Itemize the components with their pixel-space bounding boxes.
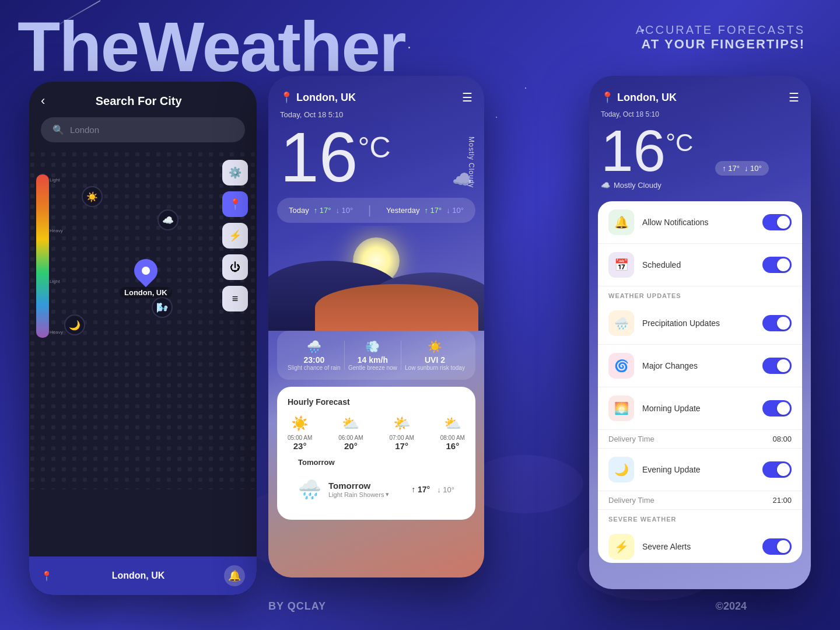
- comp-divider: |: [368, 204, 371, 217]
- back-button[interactable]: ‹: [41, 93, 45, 108]
- ph3-temperature: 16°C: [601, 118, 709, 183]
- today-label: Today: [289, 206, 309, 215]
- power-button[interactable]: ⏻: [222, 254, 248, 280]
- map-weather-icon-cloud: ☁️: [158, 209, 178, 230]
- london-label: London, UK: [120, 287, 172, 298]
- morning-delivery-time: 08:00: [772, 435, 792, 443]
- evening-delivery-time: 21:00: [772, 496, 792, 505]
- map-weather-icon-night: 🌙: [64, 314, 85, 335]
- layers-button[interactable]: ≡: [222, 286, 248, 312]
- detail-divider2: [401, 341, 401, 370]
- tomorrow-icon: 🌧️: [298, 478, 321, 501]
- weather-updates-section-header: WEATHER UPDATES: [598, 286, 802, 302]
- hourly-temp-3: 16°: [440, 441, 465, 451]
- major-changes-icon: 🌀: [614, 359, 629, 373]
- severe-label: Severe Alerts: [642, 542, 754, 551]
- major-changes-toggle[interactable]: [762, 358, 792, 374]
- map-area[interactable]: Light Heavy Light Heavy ☀️ ☁️ 🌙 🌬️ Londo…: [29, 151, 257, 489]
- comparison-bar: Today ↑ 17° ↓ 10° | Yesterday ↑ 17° ↓ 10…: [277, 198, 475, 223]
- today-high: ↑ 17°: [314, 206, 331, 215]
- hourly-item-2: 🌤️ 07:00 AM 17°: [389, 415, 414, 451]
- hourly-temp-1: 20°: [338, 441, 363, 451]
- london-pin-inner: [142, 267, 150, 275]
- precipitation-toggle[interactable]: [762, 315, 792, 331]
- hourly-item-1: ⛅ 06:00 AM 20°: [338, 415, 363, 451]
- wind-detail: 💨 14 km/h Gentle breeze now: [348, 340, 397, 371]
- rain-detail: 🌧️ 23:00 Slight chance of rain: [288, 340, 341, 371]
- tagline: ACCURATE FORECASTS AT YOUR FINGERTIPS!: [636, 23, 805, 52]
- tomorrow-low: ↓ 10°: [437, 485, 454, 494]
- map-weather-icon-wind: 🌬️: [152, 297, 173, 318]
- search-input[interactable]: London: [70, 125, 99, 135]
- today-low: ↓ 10°: [335, 206, 353, 215]
- cloud-blob: [467, 455, 583, 513]
- evening-icon-wrap: 🌙: [608, 457, 634, 482]
- hourly-temp-0: 23°: [288, 441, 312, 451]
- ph2-menu-button[interactable]: ☰: [462, 90, 473, 104]
- morning-delivery-label: Delivery Time: [608, 435, 654, 443]
- uv-desc: Low sunburn risk today: [405, 365, 465, 371]
- legend-bar: [36, 174, 49, 338]
- rain-icon: 🌧️: [288, 340, 341, 354]
- legend-label-light: Light: [50, 177, 63, 183]
- ph2-location-text: London, UK: [296, 92, 356, 104]
- ph3-temp-range: ↑ 17° ↓ 10°: [715, 161, 769, 176]
- today-comparison: Today ↑ 17° ↓ 10°: [289, 206, 353, 215]
- app-title: TheWeather: [18, 12, 405, 82]
- location-pin-icon: 📍: [41, 570, 52, 582]
- uv-icon: ☀️: [405, 340, 465, 354]
- scheduled-toggle[interactable]: [762, 257, 792, 273]
- morning-icon-wrap: 🌅: [608, 396, 634, 421]
- detail-divider1: [344, 341, 345, 370]
- map-pin-button[interactable]: 📍: [222, 191, 248, 217]
- yesterday-label: Yesterday: [386, 206, 419, 215]
- tomorrow-name: Tomorrow: [328, 481, 404, 491]
- severe-icon: ⚡: [614, 540, 629, 554]
- tomorrow-header: Tomorrow: [298, 458, 454, 467]
- phone1-bottom: 📍 London, UK 🔔: [29, 556, 257, 595]
- legend-label-heavy2: Heavy: [50, 330, 63, 335]
- severe-weather-section-header: SEVERE WEATHER: [598, 510, 802, 526]
- severe-toggle[interactable]: [762, 538, 792, 555]
- lightning-button[interactable]: ⚡: [222, 223, 248, 249]
- ph2-temp-area: 16°C Mostly Cloudy ☁️: [268, 119, 484, 195]
- legend-labels: Light Heavy Light Heavy: [50, 177, 63, 335]
- morning-delivery-row: Delivery Time 08:00: [598, 430, 802, 449]
- evening-icon: 🌙: [614, 463, 629, 477]
- tomorrow-sub: Light Rain Showers ▾: [328, 491, 404, 498]
- settings-button[interactable]: ⚙️: [222, 160, 248, 186]
- evening-toggle[interactable]: [762, 461, 792, 478]
- major-changes-icon-wrap: 🌀: [608, 353, 634, 379]
- scheduled-row: 📅 Scheduled: [598, 244, 802, 286]
- allow-notif-toggle[interactable]: [762, 214, 792, 230]
- hourly-icon-2: 🌤️: [389, 415, 414, 432]
- wind-desc: Gentle breeze now: [348, 365, 397, 371]
- morning-toggle[interactable]: [762, 400, 792, 416]
- hourly-item-3: ⛅ 08:00 AM 16°: [440, 415, 465, 451]
- map-weather-icon-sun: ☀️: [82, 186, 103, 207]
- ph3-temp-unit: °C: [666, 129, 693, 156]
- yesterday-comparison: Yesterday ↑ 17° ↓ 10°: [386, 206, 464, 215]
- search-bar[interactable]: 🔍 London: [41, 117, 245, 142]
- ph3-menu-button[interactable]: ☰: [789, 90, 799, 104]
- tomorrow-section: Tomorrow 🌧️ Tomorrow Light Rain Showers …: [288, 451, 465, 509]
- ph3-location-text: London, UK: [617, 92, 677, 104]
- chevron-down-icon: ▾: [386, 491, 389, 498]
- phone2-weather: 📍 London, UK ☰ Today, Oct 18 5:10 16°C M…: [268, 76, 484, 578]
- major-changes-row: 🌀 Major Changes: [598, 345, 802, 387]
- attribution-year: ©2024: [716, 600, 747, 612]
- allow-notif-label: Allow Notifications: [642, 218, 754, 227]
- ph2-temp-unit: °C: [358, 131, 390, 164]
- bell-button[interactable]: 🔔: [224, 565, 245, 586]
- hourly-icon-0: ☀️: [288, 415, 312, 432]
- tomorrow-high: ↑ 17°: [411, 485, 430, 494]
- search-icon: 🔍: [52, 124, 64, 135]
- legend-gradient: [36, 174, 49, 338]
- ph2-location: 📍 London, UK: [280, 91, 356, 104]
- evening-update-row: 🌙 Evening Update: [598, 449, 802, 491]
- ph3-pin-icon: 📍: [601, 91, 614, 104]
- hourly-temp-2: 17°: [389, 441, 414, 451]
- ph3-location: 📍 London, UK: [601, 91, 677, 104]
- phone1-header: ‹ Search For City: [29, 82, 257, 114]
- london-pin[interactable]: London, UK: [120, 259, 172, 298]
